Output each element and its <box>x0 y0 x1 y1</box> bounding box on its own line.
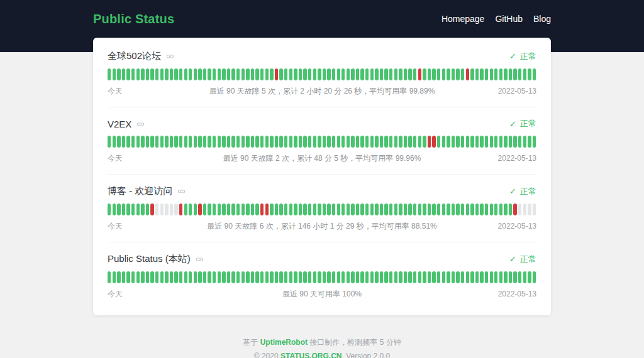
uptime-bar[interactable] <box>327 271 330 283</box>
uptime-bar[interactable] <box>126 136 130 148</box>
uptime-bar[interactable] <box>432 271 435 283</box>
uptime-bar[interactable] <box>222 68 225 80</box>
uptime-bar[interactable] <box>203 136 206 148</box>
uptime-bar[interactable] <box>523 68 526 80</box>
uptime-bar[interactable] <box>299 271 302 283</box>
uptime-bar[interactable] <box>480 203 483 215</box>
uptime-bar[interactable] <box>442 203 445 215</box>
uptime-bar[interactable] <box>360 203 364 215</box>
uptime-bar[interactable] <box>198 68 201 80</box>
uptime-bar[interactable] <box>194 203 197 215</box>
uptime-bar[interactable] <box>518 68 521 80</box>
uptime-bar[interactable] <box>323 203 326 215</box>
uptime-bar[interactable] <box>499 68 502 80</box>
uptime-bar[interactable] <box>518 271 521 283</box>
uptime-bar[interactable] <box>485 271 488 283</box>
uptime-bar[interactable] <box>504 203 507 215</box>
uptime-bar[interactable] <box>108 203 111 215</box>
uptime-bar[interactable] <box>203 271 206 283</box>
uptime-bar[interactable] <box>255 68 258 80</box>
uptime-bar[interactable] <box>337 271 340 283</box>
uptime-bar[interactable] <box>289 271 292 283</box>
uptime-bar[interactable] <box>351 203 354 215</box>
uptime-bar[interactable] <box>437 203 440 215</box>
uptime-bar[interactable] <box>375 203 378 215</box>
uptime-bar[interactable] <box>122 136 125 148</box>
uptime-bar[interactable] <box>380 271 383 283</box>
uptime-bar[interactable] <box>360 136 364 148</box>
uptime-bar[interactable] <box>332 203 335 215</box>
uptime-bar[interactable] <box>289 136 292 148</box>
uptime-bar[interactable] <box>327 203 330 215</box>
uptime-bar[interactable] <box>222 271 225 283</box>
uptime-bar[interactable] <box>131 136 135 148</box>
uptime-bar[interactable] <box>218 136 221 148</box>
uptime-bar[interactable] <box>470 203 474 215</box>
uptime-bar[interactable] <box>126 271 130 283</box>
uptime-bar[interactable] <box>337 68 340 80</box>
uptime-bar[interactable] <box>236 271 240 283</box>
uptime-bar[interactable] <box>461 203 464 215</box>
uptime-bar[interactable] <box>246 271 249 283</box>
uptime-bar[interactable] <box>218 203 221 215</box>
uptime-bar[interactable] <box>218 271 221 283</box>
uptime-bar[interactable] <box>461 271 464 283</box>
uptime-bar[interactable] <box>499 271 502 283</box>
uptime-bar[interactable] <box>428 68 431 80</box>
uptime-bar[interactable] <box>423 271 426 283</box>
uptime-bar[interactable] <box>447 68 450 80</box>
uptime-bar[interactable] <box>337 203 340 215</box>
uptime-bar[interactable] <box>485 136 488 148</box>
uptime-bar[interactable] <box>490 136 493 148</box>
uptime-bar[interactable] <box>533 136 536 148</box>
uptime-bar[interactable] <box>389 136 392 148</box>
uptime-bar[interactable] <box>341 271 345 283</box>
uptime-bar[interactable] <box>160 203 164 215</box>
uptime-bar[interactable] <box>470 136 474 148</box>
uptime-bar[interactable] <box>122 203 125 215</box>
uptime-bar[interactable] <box>236 203 240 215</box>
uptime-bar[interactable] <box>323 68 326 80</box>
uptime-bar[interactable] <box>170 68 173 80</box>
uptime-bar[interactable] <box>332 68 335 80</box>
uptime-bar[interactable] <box>265 68 269 80</box>
uptime-bar[interactable] <box>170 203 173 215</box>
uptime-bar[interactable] <box>437 136 440 148</box>
uptime-bar[interactable] <box>146 68 149 80</box>
uptime-bar[interactable] <box>332 271 335 283</box>
uptime-bar[interactable] <box>480 136 483 148</box>
uptime-bar[interactable] <box>294 136 297 148</box>
uptime-bar[interactable] <box>198 136 201 148</box>
uptime-bar[interactable] <box>150 203 153 215</box>
uptime-bar[interactable] <box>428 271 431 283</box>
uptime-bar[interactable] <box>198 203 201 215</box>
uptime-bar[interactable] <box>213 271 216 283</box>
uptime-bar[interactable] <box>423 203 426 215</box>
uptime-bar[interactable] <box>533 271 536 283</box>
uptime-bar[interactable] <box>351 68 354 80</box>
uptime-bar[interactable] <box>184 203 187 215</box>
uptime-bar[interactable] <box>466 271 469 283</box>
uptime-bar[interactable] <box>447 271 450 283</box>
uptime-bar[interactable] <box>236 136 240 148</box>
uptime-bar[interactable] <box>113 203 116 215</box>
uptime-bar[interactable] <box>418 203 421 215</box>
uptime-bar[interactable] <box>231 271 235 283</box>
uptime-bar[interactable] <box>399 136 402 148</box>
uptime-bar[interactable] <box>113 136 116 148</box>
uptimerobot-link[interactable]: UptimeRobot <box>260 338 308 347</box>
uptime-bar[interactable] <box>408 136 411 148</box>
uptime-bar[interactable] <box>456 68 459 80</box>
uptime-bar[interactable] <box>513 136 516 148</box>
statusorgcn-link[interactable]: STATUS.ORG.CN <box>280 352 342 358</box>
uptime-bar[interactable] <box>308 68 311 80</box>
uptime-bar[interactable] <box>485 68 488 80</box>
uptime-bar[interactable] <box>528 136 531 148</box>
uptime-bar[interactable] <box>404 68 407 80</box>
uptime-bar[interactable] <box>360 68 364 80</box>
uptime-bar[interactable] <box>318 136 321 148</box>
uptime-bar[interactable] <box>437 271 440 283</box>
uptime-bar[interactable] <box>289 68 292 80</box>
uptime-bar[interactable] <box>122 271 125 283</box>
uptime-bar[interactable] <box>203 68 206 80</box>
